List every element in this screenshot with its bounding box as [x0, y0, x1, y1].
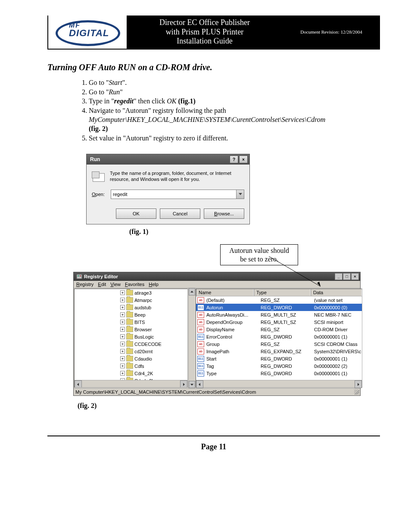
close-icon[interactable]: × — [239, 156, 248, 163]
string-value-icon: ab — [197, 297, 204, 303]
value-data: CD-ROM Driver — [313, 327, 362, 332]
step-1: Go to "Start". — [89, 78, 380, 87]
expand-icon[interactable]: + — [120, 342, 125, 346]
scroll-down-icon[interactable] — [189, 381, 195, 388]
cancel-button[interactable]: Cancel — [160, 208, 200, 219]
menu-edit[interactable]: Edit — [98, 282, 106, 287]
value-type: REG_SZ — [260, 298, 313, 303]
browse-button[interactable]: Browse... — [204, 208, 244, 219]
binary-value-icon: 011 — [197, 305, 204, 311]
tree-item[interactable]: +BusLogic — [75, 333, 187, 340]
tree-item[interactable]: +BITS — [75, 318, 187, 326]
tree-item[interactable]: +atirage3 — [75, 289, 187, 296]
value-row[interactable]: 011StartREG_DWORD0x00000001 (1) — [196, 355, 362, 362]
value-row[interactable]: 011TagREG_DWORD0x00000002 (2) — [196, 362, 362, 370]
tree-item[interactable]: +Cdfs — [75, 362, 187, 370]
value-row[interactable]: ab(Default)REG_SZ(value not set — [196, 296, 362, 304]
section-title: Turning OFF Auto RUN on a CD-ROM drive. — [47, 62, 380, 72]
string-value-icon: ab — [197, 312, 204, 318]
tree-item[interactable]: +Beep — [75, 311, 187, 318]
value-type: REG_DWORD — [260, 371, 313, 376]
string-value-icon: ab — [197, 319, 204, 325]
value-row[interactable]: abDependOnGroupREG_MULTI_SZSCSI miniport — [196, 318, 362, 326]
tree-item-label: cd20xrnt — [134, 349, 153, 354]
tree-item[interactable]: +CCDECODE — [75, 340, 187, 348]
open-input[interactable] — [111, 190, 236, 199]
scroll-up-icon[interactable] — [189, 288, 195, 296]
tree-item[interactable]: +Cdralw2k — [75, 377, 187, 380]
value-row[interactable]: abImagePathREG_EXPAND_SZSystem32\DRIVERS… — [196, 348, 362, 355]
chevron-down-icon[interactable] — [236, 190, 244, 199]
open-combobox[interactable] — [111, 190, 244, 199]
expand-icon[interactable]: + — [120, 334, 125, 339]
horizontal-scrollbar[interactable] — [75, 380, 187, 387]
expand-icon[interactable]: + — [120, 312, 125, 317]
expand-icon[interactable]: + — [120, 305, 125, 310]
expand-icon[interactable]: + — [120, 290, 125, 295]
menu-favorites[interactable]: Favorites — [125, 282, 144, 287]
header-revision: Document Revision: 12/28/2004 — [283, 16, 380, 49]
svg-line-0 — [269, 256, 321, 286]
tree-item[interactable]: +Atmarpc — [75, 296, 187, 304]
value-type: REG_MULTI_SZ — [260, 320, 313, 325]
binary-value-icon: 011 — [197, 356, 204, 362]
value-row[interactable]: abDisplayNameREG_SZCD-ROM Driver — [196, 326, 362, 333]
logo: MF DIGITAL — [48, 16, 127, 49]
value-name: AutoRunAlwaysDi... — [206, 312, 260, 317]
registry-tree[interactable]: +atirage3+Atmarpc+audstub+Beep+BITS+Brow… — [74, 289, 188, 388]
scroll-left-icon[interactable] — [75, 380, 82, 388]
string-value-icon: ab — [197, 348, 204, 355]
run-description: Type the name of a program, folder, docu… — [110, 171, 244, 183]
menu-view[interactable]: View — [110, 282, 121, 287]
tree-item[interactable]: +Browser — [75, 326, 187, 333]
expand-icon[interactable]: + — [120, 349, 125, 354]
run-titlebar[interactable]: Run ? × — [87, 154, 249, 165]
scroll-left-icon[interactable] — [196, 380, 203, 388]
resize-grip-icon[interactable] — [354, 389, 359, 395]
tree-item-label: Cdr4_2K — [134, 371, 153, 376]
value-row[interactable]: 011ErrorControlREG_DWORD0x00000001 (1) — [196, 333, 362, 340]
maximize-icon[interactable]: □ — [343, 273, 351, 280]
folder-icon — [126, 363, 133, 369]
fig1-caption: (fig. 1) — [129, 228, 380, 236]
expand-icon[interactable]: + — [120, 356, 125, 361]
expand-icon[interactable]: + — [120, 298, 125, 302]
string-value-icon: ab — [197, 341, 204, 347]
expand-icon[interactable]: + — [120, 327, 125, 332]
vertical-scrollbar[interactable] — [188, 288, 195, 388]
header-title: Director EC Office Publisher with Prism … — [127, 16, 283, 49]
value-name: DisplayName — [206, 327, 260, 332]
scroll-right-icon[interactable] — [180, 380, 187, 388]
value-type: REG_DWORD — [260, 305, 313, 310]
folder-icon — [126, 378, 133, 380]
expand-icon[interactable]: + — [120, 364, 125, 368]
value-row[interactable]: abGroupREG_SZSCSI CDROM Class — [196, 340, 362, 348]
scroll-right-icon[interactable] — [355, 380, 362, 388]
value-type: REG_MULTI_SZ — [260, 312, 313, 317]
tree-item[interactable]: +audstub — [75, 304, 187, 311]
expand-icon[interactable]: + — [120, 320, 125, 324]
menu-help[interactable]: Help — [149, 282, 159, 287]
tree-item[interactable]: +cd20xrnt — [75, 348, 187, 355]
value-row[interactable]: 011TypeREG_DWORD0x00000001 (1) — [196, 370, 362, 377]
value-data: 0x00000000 (0) — [313, 305, 362, 310]
step-5: Set value in "Autorun" registry to zero … — [89, 134, 380, 143]
menu-registry[interactable]: Registry — [76, 282, 93, 287]
fig2-caption: (fig. 2) — [78, 402, 380, 410]
value-row[interactable]: abAutoRunAlwaysDi...REG_MULTI_SZNEC MBR-… — [196, 311, 362, 318]
expand-icon[interactable]: + — [120, 371, 125, 376]
col-header-name[interactable]: Name — [196, 289, 254, 296]
value-type: REG_SZ — [260, 327, 313, 332]
value-name: Tag — [206, 364, 260, 369]
help-icon[interactable]: ? — [230, 156, 238, 163]
tree-item[interactable]: +Cdaudio — [75, 355, 187, 362]
tree-item-label: atirage3 — [134, 290, 152, 296]
ok-button[interactable]: OK — [116, 208, 156, 219]
value-row[interactable]: 011AutorunREG_DWORD0x00000000 (0) — [196, 304, 362, 311]
close-icon[interactable]: × — [351, 273, 359, 280]
tree-item-label: Browser — [134, 327, 152, 332]
minimize-icon[interactable]: _ — [335, 273, 342, 280]
registry-values-pane[interactable]: Name Type Data ab(Default)REG_SZ(value n… — [196, 289, 362, 388]
tree-item[interactable]: +Cdr4_2K — [75, 370, 187, 377]
values-horizontal-scrollbar[interactable] — [196, 380, 362, 387]
